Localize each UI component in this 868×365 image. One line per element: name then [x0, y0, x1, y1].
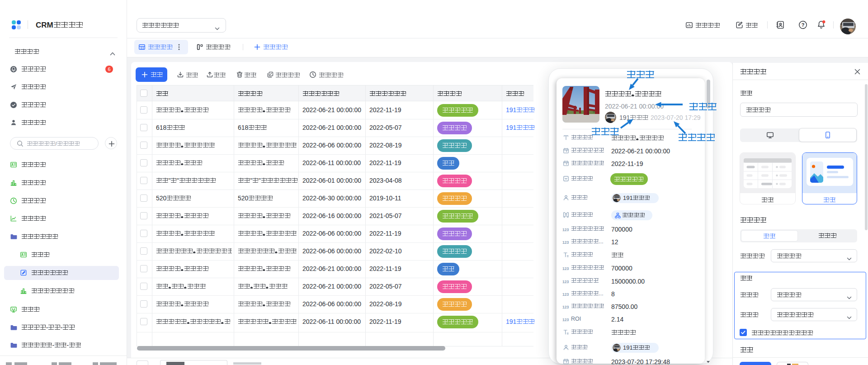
svg-text:?: ? [802, 22, 805, 28]
